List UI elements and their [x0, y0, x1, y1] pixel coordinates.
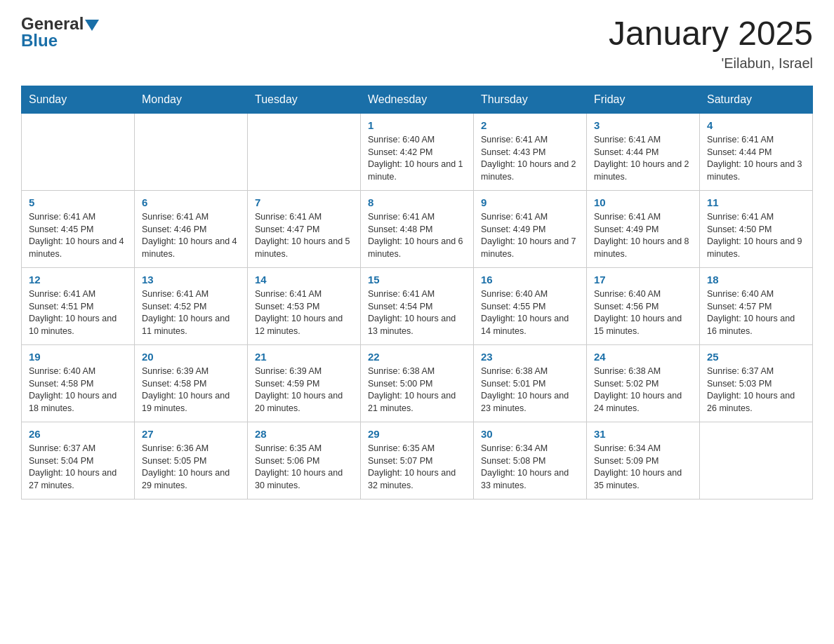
- calendar-cell: 29Sunrise: 6:35 AMSunset: 5:07 PMDayligh…: [361, 422, 474, 499]
- day-number: 13: [142, 274, 240, 286]
- calendar-cell: 13Sunrise: 6:41 AMSunset: 4:52 PMDayligh…: [135, 268, 248, 345]
- calendar-subtitle: 'Eilabun, Israel: [609, 55, 813, 72]
- calendar-cell: 3Sunrise: 6:41 AMSunset: 4:44 PMDaylight…: [587, 114, 700, 191]
- day-info: Sunrise: 6:41 AMSunset: 4:54 PMDaylight:…: [368, 288, 466, 337]
- calendar-cell: 4Sunrise: 6:41 AMSunset: 4:44 PMDaylight…: [700, 114, 813, 191]
- day-info: Sunrise: 6:35 AMSunset: 5:07 PMDaylight:…: [368, 443, 466, 492]
- day-info: Sunrise: 6:40 AMSunset: 4:42 PMDaylight:…: [368, 134, 466, 183]
- day-number: 7: [255, 196, 353, 208]
- calendar-cell: 26Sunrise: 6:37 AMSunset: 5:04 PMDayligh…: [22, 422, 135, 499]
- calendar-week-3: 12Sunrise: 6:41 AMSunset: 4:51 PMDayligh…: [22, 268, 813, 345]
- day-number: 19: [29, 351, 127, 363]
- day-number: 9: [481, 196, 579, 208]
- day-number: 14: [255, 274, 353, 286]
- day-info: Sunrise: 6:41 AMSunset: 4:47 PMDaylight:…: [255, 211, 353, 260]
- calendar-cell: 18Sunrise: 6:40 AMSunset: 4:57 PMDayligh…: [700, 268, 813, 345]
- weekday-header-saturday: Saturday: [700, 86, 813, 114]
- calendar-cell: 15Sunrise: 6:41 AMSunset: 4:54 PMDayligh…: [361, 268, 474, 345]
- day-info: Sunrise: 6:38 AMSunset: 5:01 PMDaylight:…: [481, 365, 579, 415]
- day-number: 29: [368, 428, 466, 440]
- calendar-cell: 31Sunrise: 6:34 AMSunset: 5:09 PMDayligh…: [587, 422, 700, 499]
- day-number: 20: [142, 351, 240, 363]
- day-info: Sunrise: 6:40 AMSunset: 4:56 PMDaylight:…: [594, 288, 692, 337]
- calendar-body: 1Sunrise: 6:40 AMSunset: 4:42 PMDaylight…: [22, 114, 813, 499]
- day-info: Sunrise: 6:41 AMSunset: 4:51 PMDaylight:…: [29, 288, 127, 337]
- calendar-table: SundayMondayTuesdayWednesdayThursdayFrid…: [21, 86, 813, 499]
- calendar-cell: 1Sunrise: 6:40 AMSunset: 4:42 PMDaylight…: [361, 114, 474, 191]
- calendar-cell: 5Sunrise: 6:41 AMSunset: 4:45 PMDaylight…: [22, 191, 135, 268]
- day-info: Sunrise: 6:40 AMSunset: 4:58 PMDaylight:…: [29, 365, 127, 415]
- day-number: 21: [255, 351, 353, 363]
- day-info: Sunrise: 6:41 AMSunset: 4:46 PMDaylight:…: [142, 211, 240, 260]
- weekday-header-tuesday: Tuesday: [248, 86, 361, 114]
- calendar-cell: 23Sunrise: 6:38 AMSunset: 5:01 PMDayligh…: [474, 345, 587, 422]
- day-number: 4: [707, 119, 805, 131]
- weekday-header-sunday: Sunday: [22, 86, 135, 114]
- day-number: 27: [142, 428, 240, 440]
- day-info: Sunrise: 6:40 AMSunset: 4:55 PMDaylight:…: [481, 288, 579, 337]
- calendar-header: SundayMondayTuesdayWednesdayThursdayFrid…: [22, 86, 813, 114]
- calendar-cell: 6Sunrise: 6:41 AMSunset: 4:46 PMDaylight…: [135, 191, 248, 268]
- calendar-cell: 10Sunrise: 6:41 AMSunset: 4:49 PMDayligh…: [587, 191, 700, 268]
- day-number: 17: [594, 274, 692, 286]
- day-number: 2: [481, 119, 579, 131]
- day-info: Sunrise: 6:35 AMSunset: 5:06 PMDaylight:…: [255, 443, 353, 492]
- day-info: Sunrise: 6:38 AMSunset: 5:00 PMDaylight:…: [368, 365, 466, 415]
- calendar-week-4: 19Sunrise: 6:40 AMSunset: 4:58 PMDayligh…: [22, 345, 813, 422]
- day-number: 30: [481, 428, 579, 440]
- calendar-cell: 16Sunrise: 6:40 AMSunset: 4:55 PMDayligh…: [474, 268, 587, 345]
- day-info: Sunrise: 6:41 AMSunset: 4:48 PMDaylight:…: [368, 211, 466, 260]
- logo-blue-text: Blue: [21, 31, 58, 51]
- title-block: January 2025 'Eilabun, Israel: [609, 14, 813, 72]
- day-info: Sunrise: 6:34 AMSunset: 5:08 PMDaylight:…: [481, 443, 579, 492]
- calendar-cell: [248, 114, 361, 191]
- calendar-title: January 2025: [609, 14, 813, 53]
- day-number: 11: [707, 196, 805, 208]
- weekday-header-monday: Monday: [135, 86, 248, 114]
- calendar-cell: [700, 422, 813, 499]
- calendar-cell: 9Sunrise: 6:41 AMSunset: 4:49 PMDaylight…: [474, 191, 587, 268]
- calendar-cell: 11Sunrise: 6:41 AMSunset: 4:50 PMDayligh…: [700, 191, 813, 268]
- calendar-week-2: 5Sunrise: 6:41 AMSunset: 4:45 PMDaylight…: [22, 191, 813, 268]
- calendar-cell: [135, 114, 248, 191]
- day-info: Sunrise: 6:41 AMSunset: 4:52 PMDaylight:…: [142, 288, 240, 337]
- day-info: Sunrise: 6:37 AMSunset: 5:04 PMDaylight:…: [29, 443, 127, 492]
- calendar-cell: 28Sunrise: 6:35 AMSunset: 5:06 PMDayligh…: [248, 422, 361, 499]
- day-info: Sunrise: 6:41 AMSunset: 4:49 PMDaylight:…: [594, 211, 692, 260]
- weekday-row: SundayMondayTuesdayWednesdayThursdayFrid…: [22, 86, 813, 114]
- calendar-cell: 17Sunrise: 6:40 AMSunset: 4:56 PMDayligh…: [587, 268, 700, 345]
- calendar-cell: 19Sunrise: 6:40 AMSunset: 4:58 PMDayligh…: [22, 345, 135, 422]
- calendar-cell: 7Sunrise: 6:41 AMSunset: 4:47 PMDaylight…: [248, 191, 361, 268]
- day-info: Sunrise: 6:41 AMSunset: 4:53 PMDaylight:…: [255, 288, 353, 337]
- logo-triangle-icon: [85, 20, 99, 31]
- day-info: Sunrise: 6:39 AMSunset: 4:58 PMDaylight:…: [142, 365, 240, 415]
- day-info: Sunrise: 6:38 AMSunset: 5:02 PMDaylight:…: [594, 365, 692, 415]
- day-number: 31: [594, 428, 692, 440]
- day-number: 22: [368, 351, 466, 363]
- calendar-cell: 30Sunrise: 6:34 AMSunset: 5:08 PMDayligh…: [474, 422, 587, 499]
- calendar-week-1: 1Sunrise: 6:40 AMSunset: 4:42 PMDaylight…: [22, 114, 813, 191]
- logo: General Blue: [21, 14, 99, 51]
- day-number: 5: [29, 196, 127, 208]
- day-number: 10: [594, 196, 692, 208]
- calendar-cell: 14Sunrise: 6:41 AMSunset: 4:53 PMDayligh…: [248, 268, 361, 345]
- day-number: 23: [481, 351, 579, 363]
- day-info: Sunrise: 6:41 AMSunset: 4:44 PMDaylight:…: [707, 134, 805, 183]
- day-number: 1: [368, 119, 466, 131]
- page-header: General Blue January 2025 'Eilabun, Isra…: [21, 14, 813, 72]
- calendar-cell: 24Sunrise: 6:38 AMSunset: 5:02 PMDayligh…: [587, 345, 700, 422]
- day-number: 24: [594, 351, 692, 363]
- day-info: Sunrise: 6:34 AMSunset: 5:09 PMDaylight:…: [594, 443, 692, 492]
- day-number: 28: [255, 428, 353, 440]
- calendar-cell: 22Sunrise: 6:38 AMSunset: 5:00 PMDayligh…: [361, 345, 474, 422]
- day-info: Sunrise: 6:39 AMSunset: 4:59 PMDaylight:…: [255, 365, 353, 415]
- day-number: 12: [29, 274, 127, 286]
- day-info: Sunrise: 6:40 AMSunset: 4:57 PMDaylight:…: [707, 288, 805, 337]
- calendar-cell: 8Sunrise: 6:41 AMSunset: 4:48 PMDaylight…: [361, 191, 474, 268]
- day-number: 6: [142, 196, 240, 208]
- day-info: Sunrise: 6:41 AMSunset: 4:45 PMDaylight:…: [29, 211, 127, 260]
- day-number: 3: [594, 119, 692, 131]
- calendar-cell: 25Sunrise: 6:37 AMSunset: 5:03 PMDayligh…: [700, 345, 813, 422]
- day-number: 25: [707, 351, 805, 363]
- calendar-cell: [22, 114, 135, 191]
